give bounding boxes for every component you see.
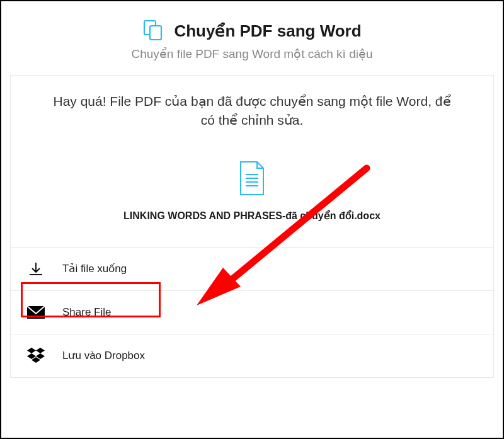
converted-file-block: LINKING WORDS AND PHRASES-đã chuyển đổi.… bbox=[28, 161, 476, 222]
share-label: Share File bbox=[62, 306, 111, 319]
document-icon bbox=[238, 161, 266, 198]
mail-icon bbox=[27, 304, 45, 321]
download-icon bbox=[27, 260, 45, 278]
success-message: Hay quá! File PDF của bạn đã được chuyển… bbox=[50, 92, 454, 130]
page-title: Chuyển PDF sang Word bbox=[174, 21, 361, 41]
dropbox-button[interactable]: Lưu vào Dropbox bbox=[11, 334, 493, 377]
pdf-to-word-icon bbox=[142, 19, 164, 43]
converted-file-name: LINKING WORDS AND PHRASES-đã chuyển đổi.… bbox=[123, 210, 381, 222]
svg-marker-9 bbox=[27, 348, 36, 353]
svg-marker-10 bbox=[36, 348, 45, 353]
download-label: Tải file xuống bbox=[62, 262, 127, 275]
svg-rect-1 bbox=[150, 26, 161, 40]
dropbox-label: Lưu vào Dropbox bbox=[62, 349, 145, 362]
download-button[interactable]: Tải file xuống bbox=[11, 248, 493, 291]
result-summary: Hay quá! File PDF của bạn đã được chuyển… bbox=[11, 76, 493, 248]
dropbox-icon bbox=[27, 347, 45, 365]
share-button[interactable]: Share File bbox=[11, 291, 493, 334]
header-title-row: Chuyển PDF sang Word bbox=[10, 19, 494, 43]
page-subtitle: Chuyển file PDF sang Word một cách kì di… bbox=[10, 47, 494, 61]
page-header: Chuyển PDF sang Word Chuyển file PDF san… bbox=[10, 1, 494, 75]
result-card: Hay quá! File PDF của bạn đã được chuyển… bbox=[10, 75, 494, 378]
